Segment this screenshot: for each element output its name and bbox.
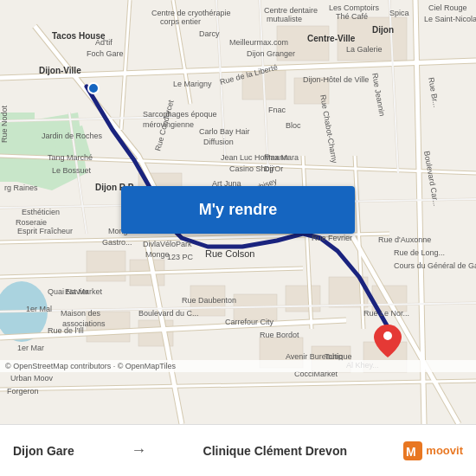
svg-text:Rue Le Nor...: Rue Le Nor... <box>363 309 409 318</box>
origin-endpoint: Dijon Gare <box>13 444 74 458</box>
svg-text:M: M <box>406 445 416 459</box>
svg-rect-12 <box>286 286 320 312</box>
svg-text:Le Bossuet: Le Bossuet <box>52 166 92 175</box>
svg-text:Carrefour City: Carrefour City <box>225 318 274 326</box>
svg-text:Thé Café: Thé Café <box>336 12 368 21</box>
svg-text:La Galerie: La Galerie <box>346 45 383 54</box>
svg-text:Esthéticien: Esthéticien <box>22 208 60 216</box>
svg-text:Esprit Fraîcheur: Esprit Fraîcheur <box>17 227 73 235</box>
svg-text:corps entier: corps entier <box>160 17 201 26</box>
svg-text:Est Market: Est Market <box>65 287 103 296</box>
svg-text:Ad'tif: Ad'tif <box>95 38 113 47</box>
svg-text:Bloc: Bloc <box>286 121 301 130</box>
svg-text:Spica: Spica <box>389 9 409 17</box>
origin-label: Dijon Gare <box>13 444 74 458</box>
rue-colson-label: Rue Colson <box>205 248 254 259</box>
svg-text:Urban Moov: Urban Moov <box>10 374 54 383</box>
svg-point-98 <box>383 331 392 340</box>
svg-text:Carlo Bay Hair: Carlo Bay Hair <box>199 127 250 136</box>
svg-text:DivlaVéloPark: DivlaVéloPark <box>143 240 192 248</box>
svg-text:Ciel Rouge: Ciel Rouge <box>428 3 467 12</box>
svg-text:Centre de cryothérapie: Centre de cryothérapie <box>151 9 231 17</box>
svg-text:Centre-Ville: Centre-Ville <box>307 34 356 43</box>
bottom-bar: Dijon Gare → Clinique Clément Drevon M m… <box>0 424 476 476</box>
svg-text:mutualiste: mutualiste <box>267 15 302 23</box>
svg-text:Les Comptoirs: Les Comptoirs <box>329 3 380 12</box>
svg-text:Rue Daubenton: Rue Daubenton <box>182 296 236 305</box>
svg-text:Rue Nodot: Rue Nodot <box>0 105 9 143</box>
svg-text:Dij'Or: Dij'Or <box>264 164 283 173</box>
svg-text:Dijon-Ville: Dijon-Ville <box>39 66 81 75</box>
svg-text:Sarcophages époque: Sarcophages époque <box>143 110 217 119</box>
svg-text:123 PC: 123 PC <box>167 253 194 261</box>
map-container: Tacos House Ad'tif Foch Gare Dijon-Ville… <box>0 0 476 424</box>
svg-text:Centre dentaire: Centre dentaire <box>264 6 318 15</box>
svg-text:Darcy: Darcy <box>199 29 220 38</box>
svg-text:Rue d'Auxonne: Rue d'Auxonne <box>378 235 431 244</box>
svg-point-99 <box>88 83 99 93</box>
svg-text:Dijon Granger: Dijon Granger <box>247 49 295 58</box>
svg-text:Roseraie: Roseraie <box>16 218 47 227</box>
destination-label: Clinique Clément Drevon <box>203 444 347 458</box>
svg-text:associations: associations <box>62 319 106 328</box>
svg-text:Jardin de Roches: Jardin de Roches <box>42 132 103 140</box>
svg-text:Tang Marché: Tang Marché <box>48 153 93 162</box>
svg-text:Meilleurmax.com: Meilleurmax.com <box>229 38 288 47</box>
route-arrow-icon: → <box>131 441 146 460</box>
svg-text:Foch Gare: Foch Gare <box>87 49 124 58</box>
svg-text:1er Mal: 1er Mal <box>26 305 52 313</box>
svg-text:Cours du Général de Gaulli...: Cours du Général de Gaulli... <box>394 261 476 270</box>
svg-text:Rue Fevrier: Rue Fevrier <box>312 234 352 242</box>
svg-text:Le Saint-Nicolas: Le Saint-Nicolas <box>424 15 476 23</box>
svg-text:Max Mara: Max Mara <box>264 153 299 162</box>
svg-text:Gastro...: Gastro... <box>102 238 132 247</box>
svg-text:Maison des: Maison des <box>61 309 101 318</box>
svg-text:Le Marigny: Le Marigny <box>173 80 212 88</box>
svg-text:Rue de Long...: Rue de Long... <box>394 248 445 257</box>
svg-text:Monge: Monge <box>145 250 170 259</box>
svg-rect-18 <box>87 251 125 281</box>
svg-text:Dijon: Dijon <box>372 25 394 35</box>
destination-endpoint: Clinique Clément Drevon <box>203 444 347 458</box>
moovit-text: moovit <box>426 444 463 457</box>
copyright-bar: © OpenStreetMap contributors · © OpenMap… <box>0 360 476 372</box>
moovit-logo-icon: M <box>403 441 422 460</box>
navigate-button[interactable]: M'y rendre <box>121 186 355 234</box>
svg-text:Diffusion: Diffusion <box>203 138 234 146</box>
svg-text:Dijon-Hôtel de Ville: Dijon-Hôtel de Ville <box>303 75 369 84</box>
svg-text:Fnac: Fnac <box>268 106 286 114</box>
svg-text:Forgeron: Forgeron <box>7 387 39 396</box>
svg-text:1er Mar: 1er Mar <box>17 344 44 352</box>
moovit-logo: M moovit <box>403 441 463 460</box>
svg-text:Rue Bordot: Rue Bordot <box>260 331 299 339</box>
svg-text:rg Raines: rg Raines <box>4 183 38 192</box>
svg-text:Boulevard du C...: Boulevard du C... <box>138 309 199 318</box>
